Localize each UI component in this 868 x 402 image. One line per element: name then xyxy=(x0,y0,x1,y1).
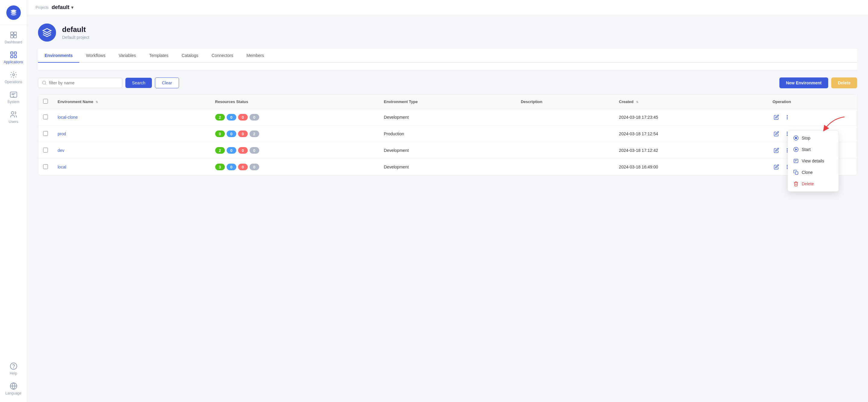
start-icon xyxy=(793,147,799,152)
search-input[interactable] xyxy=(49,81,119,85)
sidebar-item-dashboard-label: Dashboard xyxy=(4,40,22,44)
op-icons-local-clone xyxy=(772,113,852,121)
project-selector[interactable]: default ▾ xyxy=(52,4,73,10)
sidebar-item-language[interactable]: Language xyxy=(0,378,27,398)
sidebar-item-users[interactable]: Users xyxy=(0,107,27,127)
project-description: Default project xyxy=(62,35,89,40)
project-name: default xyxy=(52,4,69,10)
edit-button-local[interactable] xyxy=(772,163,780,171)
context-start-label: Start xyxy=(802,147,811,152)
context-start[interactable]: Start xyxy=(788,144,838,155)
sidebar-item-applications[interactable]: Applications xyxy=(0,47,27,67)
svg-point-13 xyxy=(13,368,13,368)
tab-variables[interactable]: Variables xyxy=(112,49,143,63)
status-badges-dev: 2000 xyxy=(215,147,374,154)
badge-red-prod: 0 xyxy=(238,130,248,137)
env-type-local: Development xyxy=(379,159,516,175)
svg-point-17 xyxy=(787,117,788,118)
badge-red-local: 0 xyxy=(238,164,248,170)
env-created-dev: 2024-03-18 17:12:42 xyxy=(614,142,768,159)
chevron-down-icon: ▾ xyxy=(71,4,73,10)
env-name-prod[interactable]: prod xyxy=(58,131,66,136)
stop-icon xyxy=(793,135,799,141)
env-description-prod xyxy=(516,126,614,142)
badge-red-dev: 0 xyxy=(238,147,248,154)
table-row: prod0002Production2024-03-18 17:12:54 xyxy=(38,126,857,142)
sidebar-nav: Dashboard Applications Operations xyxy=(0,25,27,359)
th-resources-status: Resources Status xyxy=(210,95,379,109)
svg-point-9 xyxy=(12,74,14,76)
project-info: default Default project xyxy=(62,25,89,40)
status-badges-local-clone: 2000 xyxy=(215,114,374,121)
sidebar-item-dashboard[interactable]: Dashboard xyxy=(0,27,27,47)
svg-rect-3 xyxy=(10,35,13,38)
context-view-details-label: View details xyxy=(802,158,824,163)
new-environment-button[interactable]: New Environment xyxy=(779,78,828,88)
badge-gray-dev: 0 xyxy=(250,147,259,154)
sidebar-item-operations[interactable]: Operations xyxy=(0,67,27,87)
content-area: default Default project Environments Wor… xyxy=(27,15,868,402)
search-button[interactable]: Search xyxy=(125,78,152,88)
env-created-local-clone: 2024-03-18 17:23:45 xyxy=(614,109,768,126)
tab-catalogs[interactable]: Catalogs xyxy=(175,49,205,63)
row-checkbox-prod[interactable] xyxy=(43,131,48,136)
th-created[interactable]: Created ⇅ xyxy=(614,95,768,109)
env-created-local: 2024-03-18 16:49:00 xyxy=(614,159,768,175)
edit-button-dev[interactable] xyxy=(772,147,780,154)
badge-green-dev: 2 xyxy=(215,147,225,154)
main-area: Projects default ▾ default Default proje… xyxy=(27,0,868,402)
context-clone-label: Clone xyxy=(802,170,813,175)
env-name-local-clone[interactable]: local-clone xyxy=(58,115,78,120)
edit-button-local-clone[interactable] xyxy=(772,113,780,121)
clear-button[interactable]: Clear xyxy=(155,78,179,88)
edit-button-prod[interactable] xyxy=(772,130,780,138)
env-created-prod: 2024-03-18 17:12:54 xyxy=(614,126,768,142)
row-checkbox-local[interactable] xyxy=(43,164,48,169)
sidebar-bottom: Help Language xyxy=(0,359,27,402)
more-button-local-clone[interactable] xyxy=(783,113,791,121)
badge-green-local: 3 xyxy=(215,164,225,170)
svg-rect-4 xyxy=(14,35,17,38)
env-name-local[interactable]: local xyxy=(58,164,66,169)
row-checkbox-local-clone[interactable] xyxy=(43,115,48,119)
badge-gray-local-clone: 0 xyxy=(250,114,259,121)
sidebar-item-help[interactable]: Help xyxy=(0,359,27,378)
tab-templates[interactable]: Templates xyxy=(143,49,175,63)
tabs-container: Environments Workflows Variables Templat… xyxy=(38,49,857,70)
tab-workflows[interactable]: Workflows xyxy=(79,49,112,63)
select-all-checkbox[interactable] xyxy=(43,99,48,104)
row-checkbox-dev[interactable] xyxy=(43,148,48,153)
badge-red-local-clone: 0 xyxy=(238,114,248,121)
context-delete[interactable]: Delete xyxy=(788,178,838,190)
sidebar-item-system[interactable]: System xyxy=(0,87,27,107)
delete-button[interactable]: Delete xyxy=(831,78,857,88)
context-stop-label: Stop xyxy=(802,135,810,141)
projects-label: Projects xyxy=(36,5,49,10)
context-menu: Stop Start View details xyxy=(787,130,839,192)
tab-environments[interactable]: Environments xyxy=(38,49,79,63)
env-name-dev[interactable]: dev xyxy=(58,148,64,153)
project-icon xyxy=(38,24,56,41)
env-type-local-clone: Development xyxy=(379,109,516,126)
env-description-dev xyxy=(516,142,614,159)
context-view-details[interactable]: View details xyxy=(788,155,838,167)
tab-bar: Environments Workflows Variables Templat… xyxy=(38,49,857,63)
context-stop[interactable]: Stop xyxy=(788,132,838,144)
environments-table-wrapper: Environment Name ⇅ Resources Status Envi… xyxy=(38,94,857,175)
svg-marker-31 xyxy=(796,149,797,150)
sidebar-item-help-label: Help xyxy=(10,371,17,375)
svg-rect-1 xyxy=(10,32,13,35)
th-checkbox xyxy=(38,95,53,109)
svg-rect-33 xyxy=(795,172,798,175)
th-env-name[interactable]: Environment Name ⇅ xyxy=(53,95,210,109)
badge-blue-local: 0 xyxy=(227,164,236,170)
tab-connectors[interactable]: Connectors xyxy=(205,49,240,63)
svg-point-15 xyxy=(42,81,46,84)
topbar: Projects default ▾ xyxy=(27,0,868,15)
context-delete-label: Delete xyxy=(802,181,814,186)
sidebar-item-operations-label: Operations xyxy=(4,80,22,84)
sidebar-item-applications-label: Applications xyxy=(4,60,23,64)
tab-members[interactable]: Members xyxy=(240,49,271,63)
context-clone[interactable]: Clone xyxy=(788,167,838,178)
table-row: dev2000Development2024-03-18 17:12:42 xyxy=(38,142,857,159)
